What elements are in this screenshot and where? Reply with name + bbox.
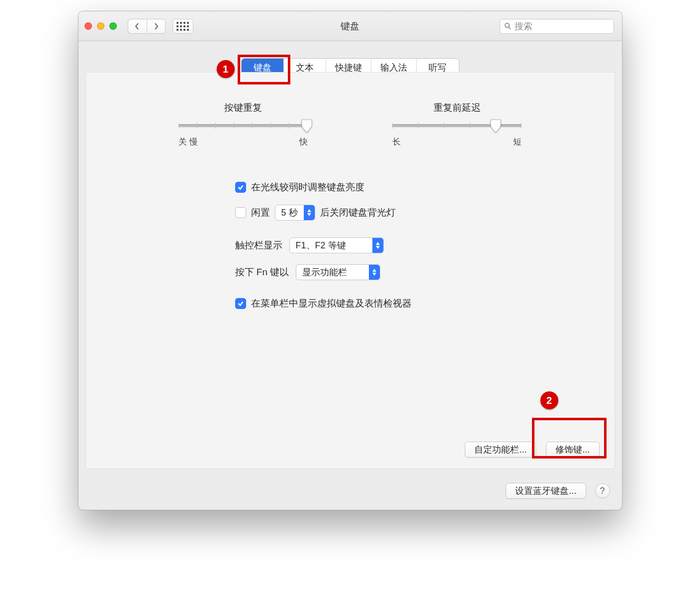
customize-touchbar-button[interactable]: 自定功能栏... bbox=[465, 442, 536, 458]
key-repeat-slider[interactable] bbox=[178, 124, 308, 127]
adjust-brightness-row: 在光线较弱时调整键盘亮度 bbox=[235, 181, 585, 194]
delay-thumb[interactable] bbox=[490, 119, 502, 133]
search-placeholder: 搜索 bbox=[515, 20, 532, 32]
touchbar-row: 触控栏显示 F1、F2 等键 bbox=[235, 237, 585, 253]
adjust-brightness-label: 在光线较弱时调整键盘亮度 bbox=[251, 181, 364, 194]
bluetooth-keyboard-button[interactable]: 设置蓝牙键盘... bbox=[506, 483, 586, 499]
delay-right-label: 短 bbox=[513, 136, 522, 148]
fnkey-label: 按下 Fn 键以 bbox=[235, 266, 289, 279]
options-block: 在光线较弱时调整键盘亮度 闲置 5 秒 后关闭键盘背光灯 触控栏显示 F1、F2… bbox=[235, 181, 585, 321]
sliders-row: 按键重复 关 慢 快 重复前延迟 bbox=[86, 101, 614, 148]
window-footer: 设置蓝牙键盘... ? bbox=[506, 483, 610, 499]
delay-slider[interactable] bbox=[392, 124, 522, 127]
content-panel: 按键重复 关 慢 快 重复前延迟 bbox=[86, 72, 615, 469]
modifier-keys-button[interactable]: 修饰键... bbox=[546, 442, 599, 458]
question-icon: ? bbox=[600, 486, 605, 496]
idle-off-suffix: 后关闭键盘背光灯 bbox=[320, 206, 396, 219]
back-button[interactable] bbox=[128, 19, 147, 34]
check-icon bbox=[237, 300, 244, 307]
forward-button[interactable] bbox=[147, 19, 166, 34]
show-all-button[interactable] bbox=[173, 19, 193, 34]
touchbar-select[interactable]: F1、F2 等键 bbox=[289, 237, 384, 253]
maximize-button[interactable] bbox=[109, 22, 117, 30]
menubar-row: 在菜单栏中显示虚拟键盘及表情检视器 bbox=[235, 297, 585, 310]
key-repeat-block: 按键重复 关 慢 快 bbox=[174, 101, 313, 148]
key-repeat-left-label: 关 慢 bbox=[178, 136, 198, 148]
select-arrows-icon bbox=[304, 205, 315, 221]
idle-off-select-value: 5 秒 bbox=[275, 207, 304, 219]
minimize-button[interactable] bbox=[97, 22, 104, 30]
traffic-lights bbox=[85, 22, 117, 30]
key-repeat-thumb[interactable] bbox=[301, 119, 313, 133]
idle-off-checkbox[interactable] bbox=[235, 207, 246, 218]
select-arrows-icon bbox=[372, 237, 383, 253]
delay-block: 重复前延迟 长 短 bbox=[387, 101, 526, 148]
search-icon bbox=[504, 22, 512, 30]
chevron-right-icon bbox=[153, 23, 159, 30]
preferences-window: 键盘 搜索 键盘 文本 快捷键 输入法 听写 按键重复 bbox=[78, 11, 622, 510]
fnkey-select-value: 显示功能栏 bbox=[296, 266, 369, 278]
grid-icon bbox=[176, 22, 189, 31]
delay-left-label: 长 bbox=[392, 136, 401, 148]
close-button[interactable] bbox=[85, 22, 92, 30]
chevron-left-icon bbox=[134, 23, 140, 30]
touchbar-select-value: F1、F2 等键 bbox=[290, 239, 372, 251]
titlebar: 键盘 搜索 bbox=[79, 11, 622, 41]
search-input[interactable]: 搜索 bbox=[500, 19, 614, 34]
menubar-label: 在菜单栏中显示虚拟键盘及表情检视器 bbox=[251, 297, 412, 310]
delay-title: 重复前延迟 bbox=[434, 101, 481, 114]
touchbar-label: 触控栏显示 bbox=[235, 239, 282, 252]
nav-group bbox=[128, 19, 166, 34]
idle-off-row: 闲置 5 秒 后关闭键盘背光灯 bbox=[235, 205, 585, 221]
menubar-checkbox[interactable] bbox=[235, 298, 246, 309]
select-arrows-icon bbox=[369, 264, 380, 280]
idle-off-prefix: 闲置 bbox=[251, 206, 270, 219]
adjust-brightness-checkbox[interactable] bbox=[235, 182, 246, 193]
window-title: 键盘 bbox=[341, 11, 359, 41]
key-repeat-right-label: 快 bbox=[299, 136, 308, 148]
key-repeat-title: 按键重复 bbox=[224, 101, 262, 114]
check-icon bbox=[237, 184, 244, 191]
panel-bottom-buttons: 自定功能栏... 修饰键... bbox=[465, 442, 599, 458]
fnkey-select[interactable]: 显示功能栏 bbox=[296, 264, 380, 280]
help-button[interactable]: ? bbox=[595, 483, 610, 498]
idle-off-select[interactable]: 5 秒 bbox=[275, 205, 315, 221]
fnkey-row: 按下 Fn 键以 显示功能栏 bbox=[235, 264, 585, 280]
key-repeat-labels: 关 慢 快 bbox=[178, 136, 308, 148]
delay-labels: 长 短 bbox=[392, 136, 522, 148]
